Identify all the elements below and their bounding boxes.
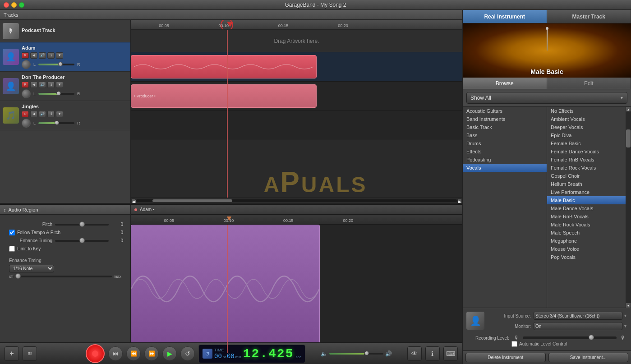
- volume-slider[interactable]: [329, 353, 383, 355]
- rewind-button[interactable]: ⏪: [126, 346, 141, 361]
- track-row-producer[interactable]: 👤 Don The Producer R ◀ 🔊 ℹ ▼: [0, 72, 130, 101]
- edit-tab[interactable]: Edit: [547, 78, 631, 89]
- rewind-start-button[interactable]: ⏮: [108, 346, 123, 361]
- save-instrument-button[interactable]: Save Instrument...: [548, 353, 629, 362]
- mute-btn-adam[interactable]: ◀: [30, 52, 37, 59]
- note-value-select[interactable]: 1/16 Note 1/8 Note 1/4 Note: [9, 265, 54, 272]
- input-source-select[interactable]: Stereo 3/4 (Soundflower (16ch)): [534, 312, 622, 320]
- preset-male-dance-vocals[interactable]: Male Dance Vocals: [547, 204, 631, 212]
- category-drums[interactable]: Drums: [463, 139, 547, 147]
- pitch-slider[interactable]: [55, 224, 109, 226]
- purple-audio-block[interactable]: [131, 225, 320, 353]
- preset-no-effects[interactable]: No Effects: [547, 107, 631, 115]
- timing-slider[interactable]: [15, 276, 112, 277]
- knob-jingles[interactable]: [22, 119, 31, 128]
- solo-btn-producer[interactable]: 🔊: [39, 82, 46, 88]
- show-all-select[interactable]: Show All Vocals Guitars Bass Drums: [466, 92, 627, 104]
- info-btn-adam[interactable]: ℹ: [47, 52, 55, 59]
- preset-male-rnb-vocals[interactable]: Male RnB Vocals: [547, 212, 631, 221]
- follow-tempo-checkbox[interactable]: [9, 230, 15, 235]
- enhance-tuning-slider[interactable]: [55, 240, 109, 242]
- auto-level-checkbox[interactable]: [511, 341, 517, 347]
- knob-producer[interactable]: [22, 89, 31, 98]
- waveform-tool-button[interactable]: ≋: [23, 346, 37, 361]
- play-button[interactable]: ▶: [162, 346, 177, 361]
- track-lane-producer[interactable]: • Producer •: [131, 82, 462, 111]
- record-btn-adam[interactable]: R: [22, 52, 29, 59]
- scroll-right-btn[interactable]: ▶: [458, 199, 461, 203]
- info-btn-jingles[interactable]: ℹ: [47, 111, 55, 117]
- delete-instrument-button[interactable]: Delete Instrument: [465, 353, 546, 362]
- category-acoustic-guitars[interactable]: Acoustic Guitars: [463, 107, 547, 115]
- real-instrument-tab[interactable]: Real Instrument: [463, 10, 547, 23]
- preset-male-speech[interactable]: Male Speech: [547, 229, 631, 237]
- recording-level-slider[interactable]: [523, 336, 617, 339]
- audio-block-producer[interactable]: • Producer •: [131, 84, 317, 108]
- audio-block-adam[interactable]: [131, 55, 317, 78]
- minimize-button[interactable]: [11, 2, 17, 8]
- tracks-h-scrollbar[interactable]: ◀ ▶: [131, 198, 462, 203]
- track-lane-adam[interactable]: [131, 52, 462, 82]
- mute-btn-jingles[interactable]: ◀: [30, 111, 37, 117]
- input-source-arrow[interactable]: ▼: [623, 313, 627, 318]
- presets-scrollbar[interactable]: ▲ ▼: [626, 107, 631, 308]
- preset-female-basic[interactable]: Female Basic: [547, 139, 631, 147]
- record-button[interactable]: [86, 344, 105, 363]
- category-band-instruments[interactable]: Band Instruments: [463, 115, 547, 123]
- preset-male-basic[interactable]: Male Basic: [547, 196, 631, 204]
- track-lane-jingles[interactable]: [131, 111, 462, 140]
- scroll-thumb[interactable]: [152, 199, 233, 202]
- preset-helium-breath[interactable]: Helium Breath: [547, 180, 631, 188]
- presets-scroll-thumb[interactable]: [626, 129, 631, 147]
- vol-bar-thumb[interactable]: [364, 351, 369, 355]
- scroll-left-btn[interactable]: ◀: [132, 199, 135, 203]
- maximize-button[interactable]: [19, 2, 24, 8]
- category-vocals[interactable]: Vocals: [463, 164, 547, 172]
- preset-megaphone[interactable]: Megaphone: [547, 237, 631, 245]
- preset-mouse-voice[interactable]: Mouse Voice: [547, 245, 631, 253]
- preset-pop-vocals[interactable]: Pop Vocals: [547, 253, 631, 261]
- preset-male-rock-vocals[interactable]: Male Rock Vocals: [547, 221, 631, 229]
- preset-female-dance-vocals[interactable]: Female Dance Vocals: [547, 147, 631, 156]
- pitch-thumb[interactable]: [79, 221, 85, 227]
- knob-adam[interactable]: [22, 60, 31, 69]
- solo-btn-adam[interactable]: 🔊: [39, 52, 46, 59]
- solo-btn-jingles[interactable]: 🔊: [39, 111, 46, 117]
- info-tool-button[interactable]: ℹ: [425, 346, 440, 361]
- vol-slider-producer[interactable]: [38, 93, 74, 95]
- record-btn-jingles[interactable]: R: [22, 111, 29, 117]
- keyboard-button[interactable]: ⌨: [443, 346, 458, 361]
- eye-button[interactable]: 👁: [407, 346, 422, 361]
- category-basic-track[interactable]: Basic Track: [463, 123, 547, 131]
- category-effects[interactable]: Effects: [463, 147, 547, 156]
- browse-tab[interactable]: Browse: [463, 78, 547, 89]
- track-row-adam[interactable]: 👤 Adam R ◀ 🔊 ℹ ▼: [0, 42, 130, 72]
- vol-slider-jingles[interactable]: [38, 122, 74, 124]
- preset-live-performance[interactable]: Live Performance: [547, 188, 631, 196]
- recording-level-thumb[interactable]: [589, 335, 594, 340]
- track-row-podcast[interactable]: 🎙 Podcast Track: [0, 20, 130, 42]
- preset-female-rock-vocals[interactable]: Female Rock Vocals: [547, 164, 631, 172]
- timing-thumb[interactable]: [15, 273, 21, 279]
- record-btn-producer[interactable]: R: [22, 82, 29, 88]
- fastforward-button[interactable]: ⏩: [144, 346, 159, 361]
- close-button[interactable]: [4, 2, 9, 8]
- presets-scroll-down[interactable]: ▼: [626, 303, 631, 308]
- loop-button[interactable]: ↺: [180, 346, 195, 361]
- add-track-button[interactable]: +: [5, 346, 19, 361]
- track-row-jingles[interactable]: 🎵 Jingles R ◀ 🔊 ℹ ▼: [0, 101, 130, 130]
- expand-btn-adam[interactable]: ▼: [56, 52, 63, 59]
- monitor-select[interactable]: On Off: [534, 322, 622, 330]
- info-btn-producer[interactable]: ℹ: [47, 82, 55, 88]
- category-bass[interactable]: Bass: [463, 131, 547, 139]
- category-podcasting[interactable]: Podcasting: [463, 156, 547, 164]
- expand-btn-producer[interactable]: ▼: [56, 82, 63, 88]
- limit-key-checkbox[interactable]: [9, 246, 15, 252]
- monitor-arrow[interactable]: ▼: [623, 324, 627, 328]
- mute-btn-producer[interactable]: ◀: [30, 82, 37, 88]
- master-track-tab[interactable]: Master Track: [547, 10, 631, 23]
- preset-ambient-vocals[interactable]: Ambient Vocals: [547, 115, 631, 123]
- preset-deeper-vocals[interactable]: Deeper Vocals: [547, 123, 631, 131]
- preset-gospel-choir[interactable]: Gospel Choir: [547, 172, 631, 180]
- presets-scroll-up[interactable]: ▲: [626, 107, 631, 111]
